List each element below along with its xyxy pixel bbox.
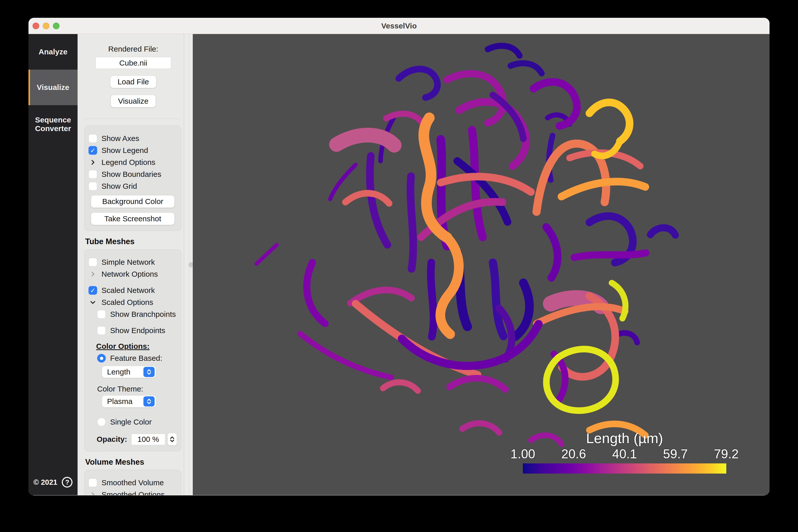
close-button[interactable] xyxy=(33,23,39,29)
legend-options-label: Legend Options xyxy=(102,158,156,167)
view-options-group: Show Axes ✓ Show Legend Legend Options xyxy=(84,126,181,231)
panel-splitter[interactable] xyxy=(184,34,193,495)
show-endpoints-label: Show Endpoints xyxy=(110,326,165,335)
rendered-file-input[interactable]: Cube.nii xyxy=(95,57,171,69)
volume-meshes-group: Smoothed Volume Smoothed Options Origina… xyxy=(84,470,181,495)
scaled-options-label: Scaled Options xyxy=(102,298,153,307)
minimize-button[interactable] xyxy=(43,23,49,29)
rendered-file-label: Rendered File: xyxy=(84,45,182,53)
show-legend-checkbox[interactable]: ✓ xyxy=(89,146,97,155)
take-screenshot-button[interactable]: Take Screenshot xyxy=(91,212,175,225)
app-window: VesselVio Analyze Visualize Sequence Con… xyxy=(29,18,769,495)
show-endpoints-checkbox[interactable] xyxy=(97,326,106,335)
legend-tick: 79.2 xyxy=(714,446,739,461)
network-options-label: Network Options xyxy=(102,270,158,279)
color-theme-dropdown[interactable]: Plasma xyxy=(102,395,156,407)
chevron-right-icon xyxy=(89,270,97,279)
title-bar: VesselVio xyxy=(29,18,769,34)
feature-based-label: Feature Based: xyxy=(110,354,162,363)
scaled-options-disclosure[interactable]: Scaled Options xyxy=(89,298,177,307)
tab-visualize[interactable]: Visualize xyxy=(29,70,77,105)
show-branchpoints-checkbox[interactable] xyxy=(97,310,106,319)
dropdown-stepper-icon xyxy=(143,367,155,377)
sidebar: Analyze Visualize Sequence Converter © 2… xyxy=(29,34,77,495)
dropdown-stepper-icon xyxy=(143,396,155,406)
opacity-spinner[interactable] xyxy=(167,433,177,445)
check-icon: ✓ xyxy=(90,287,96,294)
legend-tick: 59.7 xyxy=(663,446,688,461)
color-options-header: Color Options: xyxy=(96,342,178,350)
tab-sequence-converter[interactable]: Sequence Converter xyxy=(29,105,77,143)
copyright-text: © 2021 xyxy=(34,478,57,487)
chevron-down-icon xyxy=(89,298,97,307)
opacity-label: Opacity: xyxy=(97,435,127,443)
feature-dropdown[interactable]: Length xyxy=(102,366,156,378)
color-theme-label: Color Theme: xyxy=(97,385,178,393)
scaled-network-label: Scaled Network xyxy=(102,286,155,295)
legend-colorbar xyxy=(523,463,726,474)
single-color-radio[interactable] xyxy=(97,418,106,426)
smoothed-options-label: Smoothed Options xyxy=(102,490,165,495)
opacity-input[interactable]: 100 % xyxy=(131,434,165,445)
scaled-network-checkbox[interactable]: ✓ xyxy=(89,286,97,295)
smoothed-options-disclosure[interactable]: Smoothed Options xyxy=(89,490,177,495)
chevron-right-icon xyxy=(89,158,97,167)
chevron-right-icon xyxy=(89,490,97,495)
control-panel: Rendered File: Cube.nii Load File Visual… xyxy=(77,34,184,495)
simple-network-label: Simple Network xyxy=(102,258,155,266)
visualize-button[interactable]: Visualize xyxy=(111,95,156,108)
simple-network-checkbox[interactable] xyxy=(89,258,97,266)
vessel-render[interactable] xyxy=(193,34,769,495)
single-color-label: Single Color xyxy=(110,418,151,426)
feature-dropdown-value: Length xyxy=(107,368,130,376)
smoothed-volume-checkbox[interactable] xyxy=(89,478,97,487)
legend-tick: 20.6 xyxy=(561,446,586,461)
show-grid-checkbox[interactable] xyxy=(89,182,97,191)
show-grid-label: Show Grid xyxy=(102,182,137,191)
color-theme-value: Plasma xyxy=(107,397,132,406)
help-icon[interactable]: ? xyxy=(62,477,72,488)
legend-options-disclosure[interactable]: Legend Options xyxy=(89,158,177,167)
show-axes-checkbox[interactable] xyxy=(89,134,97,143)
legend-ticks: 1.00 20.6 40.1 59.7 79.2 xyxy=(523,446,726,461)
background-color-button[interactable]: Background Color xyxy=(91,195,175,208)
show-boundaries-checkbox[interactable] xyxy=(89,170,97,178)
volume-meshes-header: Volume Meshes xyxy=(85,458,182,467)
network-options-disclosure[interactable]: Network Options xyxy=(89,270,177,279)
show-axes-label: Show Axes xyxy=(102,134,139,143)
traffic-lights xyxy=(33,18,59,34)
zoom-button[interactable] xyxy=(53,23,59,29)
show-legend-label: Show Legend xyxy=(102,146,148,155)
check-icon: ✓ xyxy=(90,147,96,154)
legend-title: Length (µm) xyxy=(523,430,726,446)
show-branchpoints-label: Show Branchpoints xyxy=(110,310,176,319)
legend-tick: 40.1 xyxy=(612,446,637,461)
tube-meshes-group: Simple Network Network Options ✓ Scaled … xyxy=(84,249,181,452)
legend-tick: 1.00 xyxy=(510,446,535,461)
render-viewport[interactable]: Length (µm) 1.00 20.6 40.1 59.7 79.2 xyxy=(193,34,769,495)
feature-based-radio[interactable] xyxy=(97,354,106,363)
tube-meshes-header: Tube Meshes xyxy=(85,237,182,246)
show-boundaries-label: Show Boundaries xyxy=(102,170,161,178)
load-file-button[interactable]: Load File xyxy=(110,75,156,88)
window-title: VesselVio xyxy=(381,22,417,30)
smoothed-volume-label: Smoothed Volume xyxy=(102,478,164,487)
tab-analyze[interactable]: Analyze xyxy=(29,34,77,70)
